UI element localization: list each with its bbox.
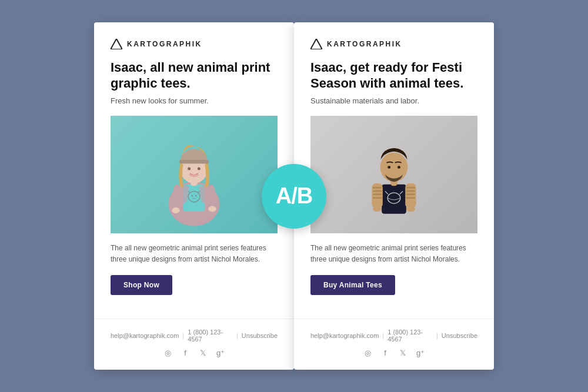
svg-point-38 [389, 167, 390, 169]
svg-point-7 [195, 195, 197, 197]
body-text-a: The all new geometric animal print serie… [111, 243, 278, 265]
googleplus-icon-a[interactable]: g⁺ [216, 349, 225, 358]
svg-rect-31 [406, 197, 415, 199]
facebook-icon-a[interactable]: f [181, 349, 190, 358]
divider-a [94, 319, 294, 319]
svg-rect-30 [406, 194, 415, 196]
ab-badge: A/B [262, 164, 326, 229]
brand-header-a: KARTOGRAPHIK [111, 39, 278, 49]
page-wrapper: KARTOGRAPHIK Isaac, all new animal print… [0, 0, 588, 392]
footer-info-a: help@kartographik.com | 1 (800) 123-4567… [111, 329, 278, 343]
footer-info-b: help@kartographik.com | 1 (800) 123-4567… [310, 329, 477, 343]
card-footer-b: help@kartographik.com | 1 (800) 123-4567… [294, 329, 494, 370]
svg-rect-28 [406, 187, 415, 189]
svg-marker-17 [310, 39, 322, 49]
twitter-icon-b[interactable]: 𝕏 [398, 349, 407, 358]
brand-name-a: KARTOGRAPHIK [127, 40, 202, 48]
shop-now-button[interactable]: Shop Now [111, 275, 172, 295]
person-a-svg [111, 116, 278, 233]
svg-rect-14 [179, 160, 209, 164]
ab-badge-text: A/B [276, 183, 312, 209]
googleplus-icon-b[interactable]: g⁺ [416, 349, 425, 358]
card-a-inner: KARTOGRAPHIK Isaac, all new animal print… [94, 22, 294, 318]
social-icons-b: ◎ f 𝕏 g⁺ [310, 349, 477, 358]
twitter-icon-a[interactable]: 𝕏 [198, 349, 208, 358]
svg-point-35 [380, 153, 408, 182]
footer-email-a[interactable]: help@kartographik.com [111, 332, 179, 339]
product-image-a [111, 116, 278, 233]
svg-rect-18 [382, 185, 406, 214]
brand-header-b: KARTOGRAPHIK [310, 39, 477, 49]
svg-point-10 [172, 207, 179, 213]
footer-phone-a[interactable]: 1 (800) 123-4567 [188, 329, 233, 343]
headline-b: Isaac, get ready for Festi Season with a… [310, 60, 477, 91]
product-image-b [310, 116, 477, 233]
person-b-svg [310, 116, 477, 233]
card-b-inner: KARTOGRAPHIK Isaac, get ready for Festi … [294, 22, 494, 318]
buy-animal-tees-button[interactable]: Buy Animal Tees [310, 275, 395, 295]
brand-name-b: KARTOGRAPHIK [327, 40, 402, 48]
instagram-icon-b[interactable]: ◎ [363, 349, 372, 358]
footer-unsubscribe-b[interactable]: Unsubscribe [442, 332, 477, 339]
svg-marker-0 [111, 39, 122, 49]
svg-point-32 [373, 206, 382, 212]
footer-email-b[interactable]: help@kartographik.com [310, 332, 379, 339]
divider-b [294, 319, 494, 319]
svg-rect-29 [406, 190, 415, 192]
footer-unsubscribe-a[interactable]: Unsubscribe [242, 332, 278, 339]
card-footer-a: help@kartographik.com | 1 (800) 123-4567… [94, 329, 294, 370]
body-text-b: The all new geometric animal print serie… [310, 243, 477, 265]
logo-triangle-icon-a [111, 39, 122, 49]
instagram-icon-a[interactable]: ◎ [163, 349, 172, 358]
facebook-icon-b[interactable]: f [380, 349, 390, 358]
headline-a: Isaac, all new animal print graphic tees… [111, 60, 278, 91]
cards-container: KARTOGRAPHIK Isaac, all new animal print… [94, 22, 494, 369]
svg-rect-26 [373, 194, 382, 196]
subheadline-b: Sustainable materials and labor. [310, 96, 477, 106]
svg-point-11 [208, 206, 216, 212]
social-icons-a: ◎ f 𝕏 g⁺ [111, 349, 278, 358]
svg-rect-25 [373, 190, 382, 192]
svg-point-16 [198, 167, 201, 170]
svg-point-33 [406, 206, 415, 212]
svg-rect-27 [373, 197, 382, 199]
svg-rect-24 [373, 187, 382, 189]
subheadline-a: Fresh new looks for summer. [111, 96, 278, 106]
svg-point-39 [399, 167, 400, 169]
svg-point-6 [191, 195, 193, 197]
footer-phone-b[interactable]: 1 (800) 123-4567 [387, 329, 433, 343]
svg-point-15 [188, 167, 191, 170]
logo-triangle-icon-b [310, 39, 322, 49]
